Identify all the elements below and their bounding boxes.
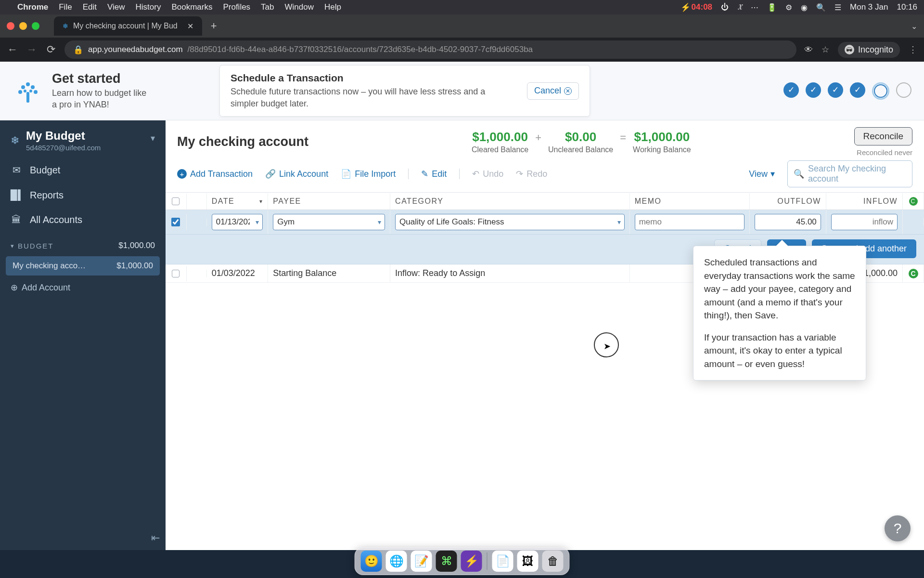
- cleared-column-icon[interactable]: C: [909, 197, 918, 206]
- add-account-button[interactable]: ⊕ Add Account: [0, 276, 166, 300]
- menu-file[interactable]: File: [59, 2, 72, 12]
- tab-close-icon[interactable]: ✕: [187, 22, 193, 31]
- column-memo[interactable]: MEMO: [630, 193, 750, 210]
- plus-circle-icon: +: [177, 169, 187, 179]
- control-center-icon[interactable]: ◉: [801, 3, 808, 12]
- payee-input[interactable]: [273, 214, 385, 230]
- wifi-icon[interactable]: ⚙︎: [785, 3, 792, 12]
- dock-textedit-icon[interactable]: 📄: [492, 551, 513, 572]
- window-fullscreen-icon[interactable]: [32, 22, 39, 30]
- dock-chrome-icon[interactable]: 🌐: [386, 551, 407, 572]
- menu-help[interactable]: Help: [324, 2, 341, 12]
- menubar-date[interactable]: Mon 3 Jan: [850, 2, 888, 12]
- sidebar-item-all-accounts[interactable]: 🏛 All Accounts: [0, 208, 166, 232]
- bolt-icon: ⚡: [680, 2, 691, 13]
- new-tab-button[interactable]: +: [211, 20, 217, 32]
- sidebar-item-reports[interactable]: ▉▍ Reports: [0, 183, 166, 208]
- link-icon: 🔗: [265, 169, 276, 179]
- progress-step-2[interactable]: ✓: [806, 82, 821, 98]
- help-button[interactable]: ?: [885, 515, 911, 541]
- status-icon-2[interactable]: 𝔛: [737, 3, 742, 12]
- spotlight-icon[interactable]: 🔍: [816, 3, 826, 12]
- chrome-tabbar: ❄︎ My checking account | My Bud ✕ + ⌄: [0, 14, 924, 38]
- reconcile-button[interactable]: Reconcile: [854, 127, 912, 145]
- incognito-indicator[interactable]: 🕶 Incognito: [838, 42, 900, 58]
- sidebar-account-item[interactable]: My checking acco… $1,000.00: [6, 256, 160, 276]
- sidebar-section-budget[interactable]: ▾ BUDGET $1,000.00: [0, 232, 166, 253]
- browser-tab[interactable]: ❄︎ My checking account | My Bud ✕: [54, 16, 202, 36]
- add-transaction-button[interactable]: +Add Transaction: [177, 169, 253, 179]
- account-name: My checking acco…: [13, 261, 86, 271]
- progress-step-6[interactable]: [896, 82, 911, 98]
- menubar-app[interactable]: Chrome: [17, 2, 48, 12]
- menu-window[interactable]: Window: [285, 2, 314, 12]
- column-payee[interactable]: PAYEE: [268, 193, 390, 210]
- file-import-button[interactable]: 📄File Import: [341, 169, 396, 179]
- progress-step-3[interactable]: ✓: [828, 82, 843, 98]
- select-all-checkbox[interactable]: [172, 197, 180, 205]
- row-checkbox[interactable]: [172, 270, 180, 277]
- menu-profiles[interactable]: Profiles: [223, 2, 250, 12]
- dock-preview-icon[interactable]: 🖼: [517, 551, 539, 572]
- view-dropdown[interactable]: View▾: [749, 169, 775, 179]
- dock-notes-icon[interactable]: 📝: [411, 551, 432, 572]
- sidebar-budget-header[interactable]: ❄︎ My Budget 5d485270@uifeed.com ▾: [0, 120, 166, 158]
- separator: [459, 169, 460, 179]
- column-category[interactable]: CATEGORY: [390, 193, 630, 210]
- tabs-expand-icon[interactable]: ⌄: [911, 22, 917, 31]
- close-circle-icon: ✕: [564, 87, 572, 95]
- dock-finder-icon[interactable]: 🙂: [361, 551, 382, 572]
- chevron-down-icon: ▾: [770, 169, 775, 179]
- menu-edit[interactable]: Edit: [83, 2, 97, 12]
- link-account-button[interactable]: 🔗Link Account: [265, 169, 328, 179]
- column-outflow[interactable]: OUTFLOW: [750, 193, 826, 210]
- outflow-input[interactable]: [755, 214, 821, 230]
- status-icon-1[interactable]: ⏻: [721, 3, 729, 12]
- reload-button[interactable]: ⟳: [45, 43, 57, 56]
- url-host: app.youneedabudget.com: [88, 45, 183, 54]
- chrome-menu-icon[interactable]: ⋮: [909, 44, 917, 55]
- dock-trash-icon[interactable]: 🗑: [542, 551, 564, 572]
- menu-view[interactable]: View: [107, 2, 125, 12]
- account-header: My checking account $1,000.00 Cleared Ba…: [166, 120, 924, 158]
- battery-indicator[interactable]: ⚡04:08: [680, 2, 712, 13]
- dock-terminal-icon[interactable]: ⌘: [436, 551, 457, 572]
- cleared-icon[interactable]: C: [909, 269, 918, 278]
- column-date[interactable]: DATE▾: [207, 193, 268, 210]
- bookmark-star-icon[interactable]: ☆: [821, 44, 829, 55]
- budget-name: My Budget: [26, 129, 101, 143]
- menu-history[interactable]: History: [135, 2, 161, 12]
- status-icon-3[interactable]: ⋯: [751, 3, 758, 12]
- sidebar-collapse-button[interactable]: ⇤: [0, 526, 166, 550]
- inflow-input[interactable]: [831, 214, 898, 230]
- onboarding-cancel-button[interactable]: Cancel ✕: [527, 82, 579, 100]
- separator: [408, 169, 409, 179]
- edit-button[interactable]: ✎Edit: [421, 169, 447, 179]
- menu-bookmarks[interactable]: Bookmarks: [171, 2, 212, 12]
- window-close-icon[interactable]: [7, 22, 14, 30]
- menubar-time[interactable]: 10:16: [897, 2, 917, 12]
- back-button[interactable]: ←: [7, 43, 18, 56]
- progress-step-4[interactable]: ✓: [850, 82, 865, 98]
- content-area: My checking account $1,000.00 Cleared Ba…: [166, 120, 924, 550]
- onboarding-banner: Get started Learn how to budget like a p…: [0, 62, 924, 120]
- siri-icon[interactable]: ☰: [834, 3, 841, 12]
- row-checkbox[interactable]: [171, 218, 180, 226]
- onboarding-card-title: Schedule a Transaction: [231, 72, 500, 84]
- battery-icon[interactable]: 🔋: [767, 3, 777, 12]
- memo-input[interactable]: [635, 214, 744, 230]
- sidebar-item-budget[interactable]: ✉︎ Budget: [0, 158, 166, 183]
- eye-off-icon[interactable]: 👁︎: [804, 45, 813, 55]
- column-inflow[interactable]: INFLOW: [826, 193, 903, 210]
- chevron-down-icon: ▾: [151, 133, 155, 144]
- date-input[interactable]: [212, 214, 263, 230]
- chrome-addressbar: ← → ⟳ 🔒 app.youneedabudget.com/88d9501d-…: [0, 38, 924, 62]
- url-input[interactable]: 🔒 app.youneedabudget.com/88d9501d-fd6b-4…: [64, 40, 796, 59]
- dock-app-icon[interactable]: ⚡: [461, 551, 482, 572]
- category-input[interactable]: [395, 214, 625, 230]
- window-minimize-icon[interactable]: [19, 22, 27, 30]
- progress-step-1[interactable]: ✓: [783, 82, 799, 98]
- menu-tab[interactable]: Tab: [261, 2, 274, 12]
- progress-step-5[interactable]: [872, 82, 889, 100]
- search-input[interactable]: 🔍Search My checking account: [787, 160, 912, 187]
